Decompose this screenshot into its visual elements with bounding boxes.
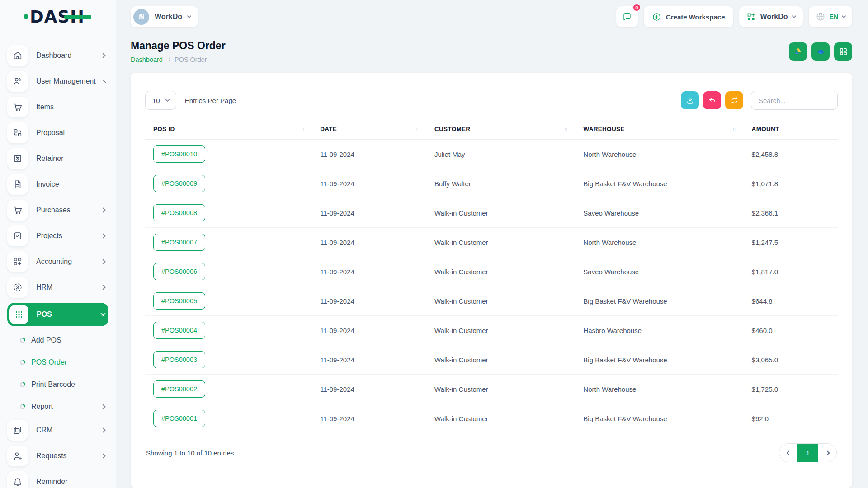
date-cell: 11-09-2024 [312,257,426,286]
create-workspace-button[interactable]: Create Workspace [644,6,733,27]
bullet-icon [20,338,25,343]
onedrive-icon [816,47,826,56]
onedrive-button[interactable] [811,42,830,61]
sidebar-subitem-report[interactable]: Report [0,398,108,416]
customer-cell: Walk-in Customer [426,198,575,228]
chevron-down-icon [165,98,170,102]
date-cell: 11-09-2024 [312,140,426,169]
customer-cell: Walk-in Customer [426,316,575,345]
sidebar-item-retainer[interactable]: Retainer [7,148,108,169]
table-row: #POS00005 11-09-2024 Walk-in Customer Bi… [145,286,838,316]
sidebar-subitem-pos-order[interactable]: POS Order [0,353,108,371]
column-header-date[interactable]: DATE↑↓ [312,126,426,140]
pos-id-link[interactable]: #POS00004 [153,322,205,339]
messages-button[interactable]: 0 [616,6,638,27]
pos-id-link[interactable]: #POS00002 [153,380,205,398]
refresh-button[interactable] [725,91,743,109]
table-controls: 10 Entries Per Page [145,91,838,110]
chevron-left-icon [786,450,791,455]
pos-id-link[interactable]: #POS00005 [153,292,205,310]
undo-icon [708,96,717,105]
pagination: 1 [779,443,837,462]
refresh-icon [730,96,739,105]
sidebar-item-pos[interactable]: POS [7,303,108,326]
date-cell: 11-09-2024 [312,228,426,257]
cart-icon [7,200,28,221]
sidebar-item-projects[interactable]: Projects [7,225,108,246]
next-page-button[interactable] [818,443,836,462]
column-header-pos-id[interactable]: POS ID↑↓ [145,126,312,140]
pos-orders-table: POS ID↑↓ DATE↑↓ CUSTOMER↑↓ WAREHOUSE↑↓ A… [145,126,838,433]
table-header-row: POS ID↑↓ DATE↑↓ CUSTOMER↑↓ WAREHOUSE↑↓ A… [145,126,838,140]
document-icon [7,174,28,195]
showing-entries-text: Showing 1 to 10 of 10 entries [146,449,234,457]
table-row: #POS00007 11-09-2024 Walk-in Customer No… [145,228,838,257]
sort-icon[interactable]: ↑↓ [564,127,567,132]
breadcrumb-dashboard-link[interactable]: Dashboard [131,56,163,63]
workspace-selector[interactable]: WorkDo [131,6,198,27]
check-square-icon [7,225,28,246]
dots-grid-icon [9,305,28,324]
sort-icon[interactable]: ↑↓ [415,127,418,132]
sidebar-item-dashboard[interactable]: Dashboard [7,45,108,66]
pos-id-link[interactable]: #POS00010 [153,145,205,163]
customer-cell: Walk-in Customer [426,375,575,404]
column-header-warehouse[interactable]: WAREHOUSE↑↓ [575,126,743,140]
date-cell: 11-09-2024 [312,169,426,198]
warehouse-cell: Saveo Warehouse [575,198,743,228]
chevron-right-icon [100,233,105,238]
pos-id-link[interactable]: #POS00008 [153,204,205,221]
google-drive-button[interactable] [789,42,807,61]
chat-icon [622,12,632,22]
logo-dot-accent [24,14,28,19]
sidebar-item-proposal[interactable]: Proposal [7,122,108,143]
sidebar-nav: Dashboard User Management Items Proposal [0,33,116,488]
chevron-right-icon [100,259,105,264]
chevron-right-icon [100,427,105,432]
sidebar-item-crm[interactable]: CRM [7,420,108,441]
previous-page-button[interactable] [779,443,797,462]
chevron-right-icon [100,53,105,58]
bell-icon [7,471,28,488]
sidebar-subitem-print-barcode[interactable]: Print Barcode [0,375,108,394]
swap-boxes-icon [7,122,28,143]
customer-cell: Walk-in Customer [426,286,575,316]
sidebar-item-hrm[interactable]: HRM [7,277,108,298]
pos-id-link[interactable]: #POS00009 [153,175,205,192]
column-header-amount[interactable]: AMOUNT [744,126,838,140]
home-icon [7,45,28,66]
sidebar-item-user-management[interactable]: User Management [7,71,108,92]
sidebar-item-accounting[interactable]: Accounting [7,251,108,272]
sidebar-subitem-add-pos[interactable]: Add POS [0,331,108,349]
warehouse-cell: Hasbro Warehouse [575,316,743,345]
grid-view-button[interactable] [834,42,852,61]
person-scan-icon [7,277,28,298]
pos-id-link[interactable]: #POS00001 [153,410,205,427]
table-row: #POS00004 11-09-2024 Walk-in Customer Ha… [145,316,838,345]
sidebar-item-requests[interactable]: Requests [7,446,108,466]
cart-icon [7,97,28,117]
export-button[interactable] [681,91,699,109]
sort-icon[interactable]: ↑↓ [732,127,736,132]
brand-logo[interactable]: DASH [0,0,116,33]
grid-icon [839,47,848,56]
current-page-button[interactable]: 1 [797,443,818,462]
customer-cell: Buffy Walter [426,169,575,198]
sidebar-item-invoice[interactable]: Invoice [7,174,108,195]
sidebar-item-items[interactable]: Items [7,97,108,117]
language-selector[interactable]: EN [809,6,852,27]
sidebar: DASH Dashboard User Management Items [0,0,116,488]
app-switcher[interactable]: WorkDo [739,6,803,27]
sidebar-item-reminder[interactable]: Reminder [7,471,108,488]
pos-id-link[interactable]: #POS00003 [153,351,205,368]
pos-id-link[interactable]: #POS00006 [153,263,205,280]
column-header-customer[interactable]: CUSTOMER↑↓ [426,126,575,140]
reset-button[interactable] [703,91,721,109]
pos-id-link[interactable]: #POS00007 [153,234,205,251]
entries-per-page-select[interactable]: 10 [145,91,176,110]
sidebar-item-purchases[interactable]: Purchases [7,200,108,221]
date-cell: 11-09-2024 [312,286,426,316]
search-input[interactable] [751,91,838,110]
sort-icon[interactable]: ↑↓ [301,127,304,132]
warehouse-cell: Big Basket F&V Warehouse [575,286,743,316]
